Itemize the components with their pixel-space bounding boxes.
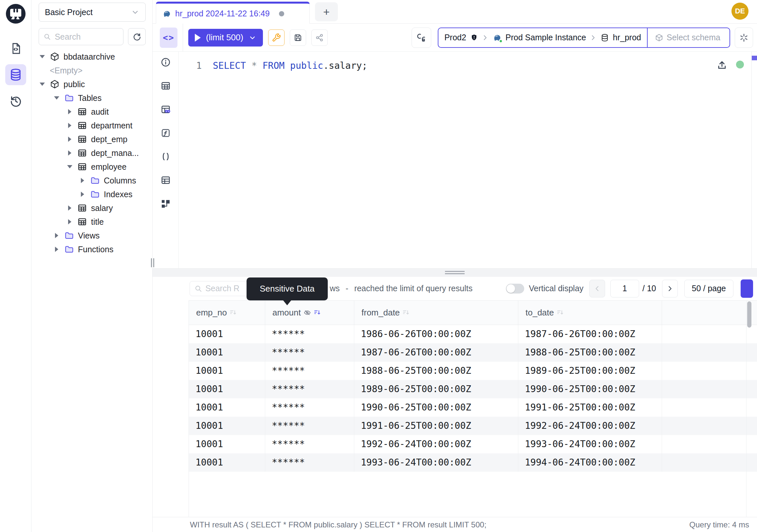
eye-off-icon[interactable] (304, 309, 311, 316)
table-scrollbar-thumb[interactable] (747, 301, 751, 328)
tree-item-dept-manager[interactable]: dept_mana... (31, 146, 152, 160)
bytebase-logo[interactable] (5, 3, 26, 24)
tree-item-title[interactable]: title (31, 215, 152, 229)
table-row[interactable]: 10001 ****** 1990-06-25T00:00:00Z 1991-0… (189, 398, 757, 417)
tree-item-public[interactable]: public (31, 77, 152, 91)
sidebar-search-input[interactable] (55, 32, 118, 42)
cell-emp-no[interactable]: 10001 (189, 343, 265, 362)
ai-assistant-button[interactable] (735, 27, 753, 48)
cell-to-date[interactable]: 1989-06-25T00:00:00Z (518, 362, 662, 380)
table-row[interactable]: 10001 ****** 1989-06-25T00:00:00Z 1990-0… (189, 380, 757, 398)
page-number-input[interactable] (610, 280, 639, 297)
functions-icon[interactable] (161, 128, 171, 138)
caret-down-icon[interactable] (66, 165, 73, 169)
history-nav-button[interactable] (5, 90, 26, 111)
cell-emp-no[interactable]: 10001 (189, 435, 265, 454)
avatar[interactable]: DE (732, 3, 748, 20)
cell-from-date[interactable]: 1986-06-26T00:00:00Z (354, 325, 518, 343)
table-row[interactable]: 10001 ****** 1986-06-26T00:00:00Z 1987-0… (189, 325, 757, 343)
code-mode-button[interactable]: <> (160, 27, 177, 48)
column-header-from-date[interactable]: from_date (354, 301, 518, 325)
sensitive-data-table-icon[interactable] (161, 104, 171, 115)
schema-diagram-icon[interactable] (161, 199, 171, 209)
cell-emp-no[interactable]: 10001 (189, 417, 265, 435)
cell-emp-no[interactable]: 10001 (189, 398, 265, 417)
connection-path[interactable]: Prod2 Prod Sample Instance hr_prod (439, 33, 647, 42)
cell-from-date[interactable]: 1987-06-26T00:00:00Z (354, 343, 518, 362)
caret-right-icon[interactable] (66, 150, 73, 156)
cell-from-date[interactable]: 1989-06-25T00:00:00Z (354, 380, 518, 398)
format-sql-button[interactable] (411, 27, 431, 48)
tree-item-tables[interactable]: Tables (31, 91, 152, 105)
code-area[interactable]: 1 SELECT * FROM public.salary; (179, 52, 757, 71)
sort-icon[interactable] (402, 309, 409, 316)
info-icon[interactable] (161, 57, 171, 68)
tree-item-functions[interactable]: Functions (31, 242, 152, 256)
caret-right-icon[interactable] (66, 109, 73, 114)
drag-handle-icon[interactable] (445, 271, 465, 275)
cell-emp-no[interactable]: 10001 (189, 454, 265, 472)
tree-item-indexes[interactable]: Indexes (31, 187, 152, 201)
share-sheet-button[interactable] (311, 29, 328, 46)
cell-to-date[interactable]: 1993-06-24T00:00:00Z (518, 435, 662, 454)
column-header-to-date[interactable]: to_date (518, 301, 662, 325)
table-row[interactable]: 10001 ****** 1988-06-25T00:00:00Z 1989-0… (189, 362, 757, 380)
vertical-display-toggle[interactable] (506, 284, 524, 294)
sort-icon[interactable] (229, 309, 237, 316)
upload-icon[interactable] (716, 59, 728, 70)
column-header-amount[interactable]: amount (265, 301, 354, 325)
table-row[interactable]: 10001 ****** 1987-06-26T00:00:00Z 1988-0… (189, 343, 757, 362)
cell-amount[interactable]: ****** (265, 435, 354, 454)
cell-from-date[interactable]: 1988-06-25T00:00:00Z (354, 362, 518, 380)
editor-scrollbar[interactable] (751, 52, 757, 268)
save-sheet-button[interactable] (290, 29, 306, 46)
tree-item-columns[interactable]: Columns (31, 173, 152, 187)
tree-item-dept-emp[interactable]: dept_emp (31, 132, 152, 146)
tree-item-department[interactable]: department (31, 119, 152, 132)
tables-icon[interactable] (161, 175, 171, 185)
caret-right-icon[interactable] (66, 137, 73, 142)
cell-amount[interactable]: ****** (265, 398, 354, 417)
table-row[interactable]: 10001 ****** 1992-06-24T00:00:00Z 1993-0… (189, 435, 757, 454)
caret-right-icon[interactable] (66, 205, 73, 211)
caret-right-icon[interactable] (53, 247, 60, 252)
cell-emp-no[interactable]: 10001 (189, 362, 265, 380)
cell-from-date[interactable]: 1992-06-24T00:00:00Z (354, 435, 518, 454)
tree-item-employee[interactable]: employee (31, 160, 152, 173)
parentheses-icon[interactable] (161, 151, 171, 162)
cell-to-date[interactable]: 1990-06-25T00:00:00Z (518, 380, 662, 398)
caret-right-icon[interactable] (66, 123, 73, 128)
database-nav-button[interactable] (5, 64, 26, 85)
caret-right-icon[interactable] (79, 178, 86, 183)
panel-resize-divider[interactable] (153, 268, 757, 277)
cell-to-date[interactable]: 1992-06-24T00:00:00Z (518, 417, 662, 435)
column-header-emp-no[interactable]: emp_no (189, 301, 265, 325)
table-detail-icon[interactable] (161, 80, 171, 91)
select-schema-button[interactable]: Select schema (648, 33, 730, 42)
sort-icon-active[interactable] (314, 309, 321, 316)
sql-editor[interactable]: 1 SELECT * FROM public.salary; (153, 52, 757, 268)
caret-right-icon[interactable] (66, 219, 73, 224)
cell-to-date[interactable]: 1988-06-25T00:00:00Z (518, 343, 662, 362)
next-page-button[interactable] (662, 280, 678, 297)
cell-to-date[interactable]: 1994-06-24T00:00:00Z (518, 454, 662, 472)
caret-down-icon[interactable] (39, 55, 46, 58)
cell-amount[interactable]: ****** (265, 362, 354, 380)
sidebar-resize-handle[interactable] (151, 258, 154, 267)
cell-from-date[interactable]: 1993-06-24T00:00:00Z (354, 454, 518, 472)
caret-down-icon[interactable] (39, 82, 46, 86)
cell-to-date[interactable]: 1991-06-25T00:00:00Z (518, 398, 662, 417)
cell-emp-no[interactable]: 10001 (189, 380, 265, 398)
new-tab-button[interactable]: + (315, 2, 338, 21)
cell-from-date[interactable]: 1990-06-25T00:00:00Z (354, 398, 518, 417)
table-row[interactable]: 10001 ****** 1991-06-25T00:00:00Z 1992-0… (189, 417, 757, 435)
project-selector[interactable]: Basic Project (39, 3, 146, 22)
tree-item-audit[interactable]: audit (31, 105, 152, 119)
refresh-schema-button[interactable] (128, 28, 146, 45)
sidebar-search-box[interactable] (39, 28, 123, 45)
tab-hr-prod[interactable]: hr_prod 2024-11-22 16:49 (156, 2, 310, 24)
caret-right-icon[interactable] (79, 192, 86, 197)
cell-amount[interactable]: ****** (265, 454, 354, 472)
sort-icon[interactable] (557, 309, 564, 316)
prev-page-button[interactable] (590, 280, 605, 297)
